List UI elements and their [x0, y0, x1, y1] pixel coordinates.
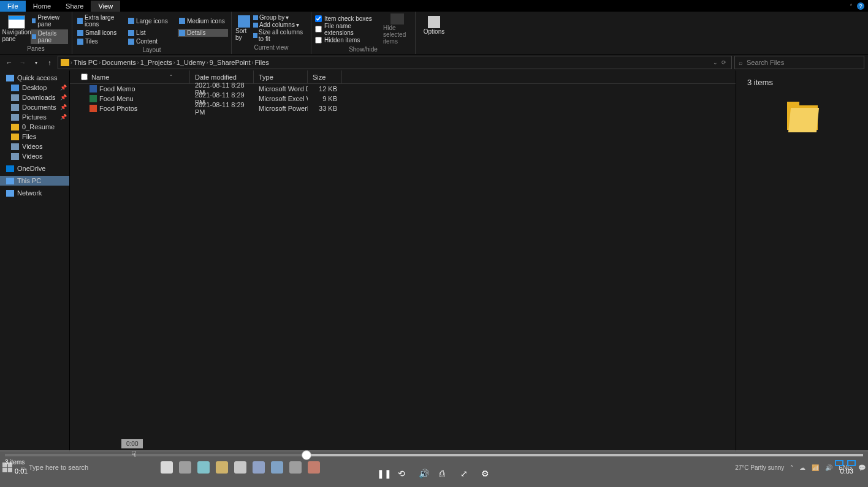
back-button[interactable]: ←: [4, 57, 15, 68]
col-name[interactable]: Name˄: [76, 70, 190, 83]
forward-button[interactable]: →: [17, 57, 28, 68]
file-type: Microsoft Excel W...: [254, 95, 308, 102]
powerpoint-file-icon: [89, 105, 97, 112]
documents-label: Documents: [22, 104, 56, 111]
crumb-thispc[interactable]: This PC: [74, 59, 97, 66]
pip-button[interactable]: [835, 460, 843, 466]
group-by-button[interactable]: Group by ▾: [253, 14, 307, 21]
navigation-pane-button[interactable]: Navigation pane: [4, 15, 29, 42]
table-row[interactable]: Food Memo 2021-08-11 8:28 PM Microsoft W…: [70, 84, 736, 94]
settings-button[interactable]: ⚙: [481, 469, 491, 478]
file-size: 12 KB: [308, 85, 342, 92]
layout-content[interactable]: Content: [127, 37, 177, 45]
sidebar-quick-access[interactable]: Quick access: [0, 73, 69, 83]
ribbon-group-panes-label: Panes: [4, 44, 68, 53]
col-date-label: Date modified: [195, 74, 237, 81]
crumb-projects[interactable]: 1_Projects: [140, 59, 172, 66]
sidebar-downloads[interactable]: Downloads📌: [0, 92, 69, 102]
options-button[interactable]: Options: [419, 13, 449, 37]
sidebar-desktop[interactable]: Desktop📌: [0, 83, 69, 92]
col-size[interactable]: Size: [308, 70, 342, 83]
layout-medium[interactable]: Medium icons: [178, 13, 228, 28]
resume-label: 0_Resume: [22, 123, 55, 130]
minimize-ribbon-icon[interactable]: ˄: [847, 2, 855, 10]
size-all-columns-button[interactable]: Size all columns to fit: [253, 29, 307, 42]
file-name: Food Menu: [99, 95, 134, 102]
sidebar-files[interactable]: Files: [0, 132, 69, 142]
select-all-checkbox[interactable]: [81, 74, 88, 80]
details-pane-label: Details pane: [38, 30, 67, 43]
sidebar-resume[interactable]: 0_Resume: [0, 122, 69, 132]
details-pane-button[interactable]: Details pane: [31, 29, 68, 44]
table-row[interactable]: Food Photos 2021-08-11 8:29 PM Microsoft…: [70, 104, 736, 113]
rewind-button[interactable]: ⟲: [398, 469, 408, 478]
hidden-items-toggle[interactable]: Hidden items: [315, 37, 379, 43]
filename-extensions-toggle[interactable]: File name extensions: [315, 23, 379, 36]
downloads-label: Downloads: [22, 94, 55, 101]
refresh-button[interactable]: ⟳: [721, 59, 726, 66]
layout-tiles[interactable]: Tiles: [76, 37, 126, 45]
crumb-udemy[interactable]: 1_Udemy: [177, 59, 205, 66]
file-date: 2021-08-11 8:29 PM: [190, 101, 254, 116]
layout-details[interactable]: Details: [178, 29, 228, 37]
crumb-documents[interactable]: Documents: [102, 59, 136, 66]
seek-knob[interactable]: [302, 450, 311, 460]
sidebar-documents[interactable]: Documents📌: [0, 102, 69, 112]
sidebar-thispc[interactable]: This PC: [0, 176, 69, 186]
layout-list[interactable]: List: [127, 29, 177, 37]
pin-icon: 📌: [60, 94, 67, 100]
breadcrumb[interactable]: › This PC› Documents› 1_Projects› 1_Udem…: [58, 56, 732, 69]
tab-view[interactable]: View: [91, 1, 120, 12]
options-icon: [428, 16, 440, 28]
videos1-label: Videos: [22, 143, 42, 150]
expand-button[interactable]: [847, 460, 856, 466]
crumb-sharepoint[interactable]: 9_SharePoint: [210, 59, 251, 66]
search-input[interactable]: ⌕ Search Files: [734, 56, 864, 69]
captions-button[interactable]: ⎙: [440, 469, 449, 478]
hidden-items-label: Hidden items: [324, 37, 360, 43]
pin-icon: 📌: [60, 104, 67, 110]
table-row[interactable]: Food Menu 2021-08-11 8:29 PM Microsoft E…: [70, 94, 736, 104]
layout-extra-large[interactable]: Extra large icons: [76, 13, 126, 28]
pin-icon: 📌: [60, 85, 67, 91]
pause-button[interactable]: ❚❚: [377, 469, 387, 478]
files-label: Files: [22, 133, 36, 140]
crumb-files[interactable]: Files: [255, 59, 269, 66]
col-type[interactable]: Type: [254, 70, 308, 83]
layout-small-label: Small icons: [85, 29, 116, 36]
hide-selected-button[interactable]: Hide selected items: [383, 13, 411, 45]
video-player-controls: 0:00 3 items 0:01 0:03 ❚❚ ⟲ 🔊 ⎙ ⤢ ⚙: [0, 450, 868, 487]
file-size: 9 KB: [308, 95, 342, 102]
layout-large[interactable]: Large icons: [127, 13, 177, 28]
sidebar-onedrive[interactable]: OneDrive: [0, 164, 69, 173]
tab-home[interactable]: Home: [26, 1, 58, 12]
quick-access-label: Quick access: [17, 74, 57, 81]
add-columns-button[interactable]: Add columns ▾: [253, 21, 307, 28]
item-checkboxes-toggle[interactable]: Item check boxes: [315, 15, 379, 22]
sidebar-videos2[interactable]: Videos: [0, 151, 69, 161]
sidebar-pictures[interactable]: Pictures📌: [0, 112, 69, 122]
sidebar-network[interactable]: Network: [0, 188, 69, 198]
recent-dropdown[interactable]: ▾: [31, 57, 42, 68]
layout-medium-label: Medium icons: [187, 18, 225, 25]
details-pane: 3 items: [736, 70, 868, 451]
address-bar: ← → ▾ ↑ › This PC› Documents› 1_Projects…: [0, 55, 868, 70]
preview-pane-button[interactable]: Preview pane: [31, 13, 68, 28]
file-name: Food Memo: [99, 85, 135, 92]
desktop-label: Desktop: [22, 84, 47, 91]
sort-by-button[interactable]: Sort by: [235, 15, 252, 41]
volume-button[interactable]: 🔊: [419, 469, 428, 478]
fullscreen-button[interactable]: ⤢: [460, 469, 470, 478]
file-type: Microsoft PowerP...: [254, 105, 308, 112]
layout-small[interactable]: Small icons: [76, 29, 126, 37]
tab-file[interactable]: File: [0, 1, 26, 12]
onedrive-label: OneDrive: [17, 165, 45, 172]
up-button[interactable]: ↑: [44, 57, 55, 68]
hide-selected-label: Hide selected items: [383, 25, 411, 45]
tab-share[interactable]: Share: [58, 1, 91, 12]
help-icon[interactable]: ?: [857, 2, 864, 10]
options-label: Options: [424, 28, 444, 35]
breadcrumb-dropdown[interactable]: ⌄: [713, 59, 718, 66]
add-columns-label: Add columns: [259, 21, 295, 28]
sidebar-videos1[interactable]: Videos: [0, 142, 69, 151]
